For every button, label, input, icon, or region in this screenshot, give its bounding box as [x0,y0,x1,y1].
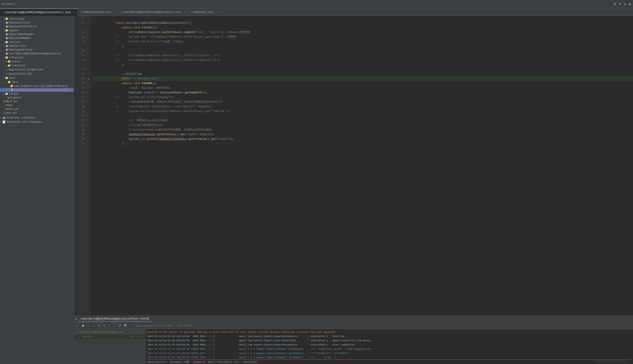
icon-list[interactable]: ≡ [619,2,621,6]
sidebar-item-templates[interactable]: ▶ 📁 templates [0,64,74,68]
code-line-55: //1、将数据以json的方式保存 [92,114,633,118]
check-class: ✓ [76,331,77,334]
java-icon-employeecontroller: C [6,26,8,28]
console-output[interactable]: OpenJDK 64-Bit Server VM warning: Sharin… [146,329,633,364]
btn-sort1[interactable]: ≡ [97,324,101,328]
sidebar-item-java[interactable]: ▾ 📁 java [0,80,74,84]
folder-icon-mapper: 📁 [5,29,8,32]
file-icon-gitignore: · [4,96,5,99]
code-line-47: public void test02(){ [92,76,633,81]
arrow-templates: ▶ [6,64,7,67]
java-icon-employeemapper: C [6,37,8,39]
sidebar-item-deptservice[interactable]: C DeptService [0,44,74,48]
btn-stop[interactable]: ⏹ [81,324,85,328]
sidebar-item-pomxml[interactable]: m pom.xml [0,111,74,115]
btn-up[interactable]: ↑ [108,324,111,328]
btn-pass[interactable]: ✓ [76,324,79,328]
tab-close-4[interactable]: × [216,11,218,14]
folder-icon-templates: 📁 [8,64,11,67]
sidebar-label-testclass: LearnSpringBoot09CacheApplicationTe... [14,88,74,92]
sidebar-item-deptcontroller[interactable]: C DeptController [0,21,74,25]
tab-cache-tests[interactable]: ● LearnSpringBoot09CacheApplicationTests… [0,8,78,16]
arrow-package: ▾ [8,85,10,88]
project-dropdown[interactable]: Project ▾ [2,2,16,6]
btn-rerun-failed[interactable]: ↔ [92,324,96,328]
file-icon-appprops: ⚙ [6,68,8,71]
tab-cache-app[interactable]: ● LearnSpringBoot09CacheApplication.java… [118,8,188,16]
sidebar-label-employeeservice: EmployeeService [9,48,32,51]
btn-expand[interactable]: ⊡ [118,324,122,328]
tab-label-3: LearnSpringBoot09CacheApplication.java [124,11,181,14]
run-tree-method-time: 1sec 641ms [130,336,144,338]
java-icon-employeeservice: C [6,49,8,51]
tab-icon-1: ● [3,11,4,14]
code-line-57: //(2)redisTemplate默认的序列化规则; 改变默认的序列化规则; [92,123,633,128]
run-marker[interactable]: ▶ [86,76,91,81]
project-dropdown-arrow: ▾ [15,2,17,6]
run-toolbar: ✓ ⏹ ↕ ↔ ≡ ≡ ↑ ↓ ⊡ 🔍 ✓ Tests passed: 1 of… [74,322,633,329]
sidebar-item-package[interactable]: ▾ 📁 com.example.learnspringboot09cache [0,84,74,88]
tab-redis-config[interactable]: ● MyRedisConfig.java × [78,8,118,16]
tab-close-2[interactable]: × [114,11,115,14]
sidebar-item-scratches[interactable]: ▶ 📝 Scratches and Consoles [0,120,74,124]
java-icon-deptmapper: C [6,33,8,36]
sidebar-item-resources[interactable]: ▾ 📁 resources [0,56,74,60]
sidebar-item-appyml[interactable]: ⚙ application.yml [0,72,74,76]
sidebar-item-service[interactable]: ▾ 📁 service [0,40,74,44]
java-icon-deptservice: C [6,45,8,47]
arrow-target: ▶ [4,93,5,95]
sidebar-item-employeeservice[interactable]: C EmployeeService [0,48,74,52]
btn-rerun[interactable]: ↕ [87,324,90,328]
icon-sort[interactable]: ⇅ [624,2,626,6]
btn-down[interactable]: ↓ [113,324,116,328]
sidebar-item-controller[interactable]: ▾ 📁 controller [0,17,74,21]
sidebar-item-mapper[interactable]: ▾ 📁 mapper [0,28,74,32]
icon-settings[interactable]: ⚙ [629,2,631,6]
sidebar-item-helpmd[interactable]: M HELP.md [0,100,74,104]
run-tab-test02[interactable]: LearnSpringBoot09CacheApplicationTests.t… [79,316,152,322]
sidebar-item-mvnw[interactable]: · mvnw [0,104,74,107]
console-line-6: 2024-05-12T16:31:32.705+08:00 DEBUG 5084… [148,355,631,360]
run-tree-class[interactable]: ✓ LearnSpringBoot09CacheApplicat 1sec 64… [74,330,146,334]
sidebar-item-gitignore[interactable]: · .gitignore [0,96,74,100]
line-numbers: 12 35 38 39 40 41 42 43 45 46 47 [74,16,86,316]
code-editor[interactable]: 12 35 38 39 40 41 42 43 45 46 47 [74,16,633,316]
run-tab-close[interactable]: × [153,318,154,320]
folder-icon-java: 📁 [8,80,11,84]
bottom-panel: ▶ LearnSpringBoot09CacheApplicationTests… [74,316,633,364]
check-method: ✓ [79,335,80,338]
sidebar-label-employeecontroller: EmployeeController [9,25,37,28]
icon-globe[interactable]: ⊕ [614,2,616,6]
tab-icon-3: ● [121,11,122,13]
tab-close-3[interactable]: × [184,11,185,14]
run-tree-method[interactable]: ✓ test02() 1sec 641ms [74,334,146,339]
java-icon-testclass: C [11,89,13,91]
top-bar-icons: ⊕ ≡ ⇅ ⚙ [614,2,631,6]
java-icon-cacheapp: C [6,52,8,55]
sidebar-label-package: com.example.learnspringboot09cache [14,85,68,88]
sidebar-item-deptmapper[interactable]: C DepartmentMapper [0,32,74,36]
sidebar-item-static[interactable]: ▶ 📁 static [0,60,74,64]
tab-employee[interactable]: ● Employee.java × [188,8,221,16]
run-tree-method-label: test02() [82,335,94,338]
sidebar-item-target[interactable]: ▶ 📁 target [0,92,74,96]
code-line-61 [92,142,633,146]
sidebar-item-employeecontroller[interactable]: C EmployeeController [0,25,74,28]
sidebar-label-resources: resources [9,56,24,59]
code-line-empty2 [92,62,633,67]
arrow-scratches: ▶ [1,121,2,123]
tab-close-1[interactable]: × [74,11,75,14]
sidebar-item-cacheapp[interactable]: C LearnSpringBoot09CacheApplication [0,52,74,56]
sidebar-label-gitignore: .gitignore [6,96,22,99]
code-line-48: //注意: Employee 需要序列化 [92,81,633,86]
sidebar-item-external-libs[interactable]: ▶ 📚 External Libraries [0,116,74,120]
sidebar-item-mvnwcmd[interactable]: · mvnw.cmd [0,107,74,111]
sidebar-item-appprops[interactable]: ⚙ application.properties [0,68,74,72]
sidebar-item-test-class[interactable]: C LearnSpringBoot09CacheApplicationTe... [0,88,74,92]
btn-search[interactable]: 🔍 [123,324,128,328]
sidebar-item-employeemapper[interactable]: C EmployeeMapper [0,36,74,40]
code-lines: class LearnSpringBoot09CacheApplicationT… [91,16,633,316]
sidebar-label-helpmd: HELP.md [6,100,17,103]
btn-sort2[interactable]: ≡ [102,324,106,328]
sidebar-item-test[interactable]: ▾ 📁 test [0,76,74,80]
